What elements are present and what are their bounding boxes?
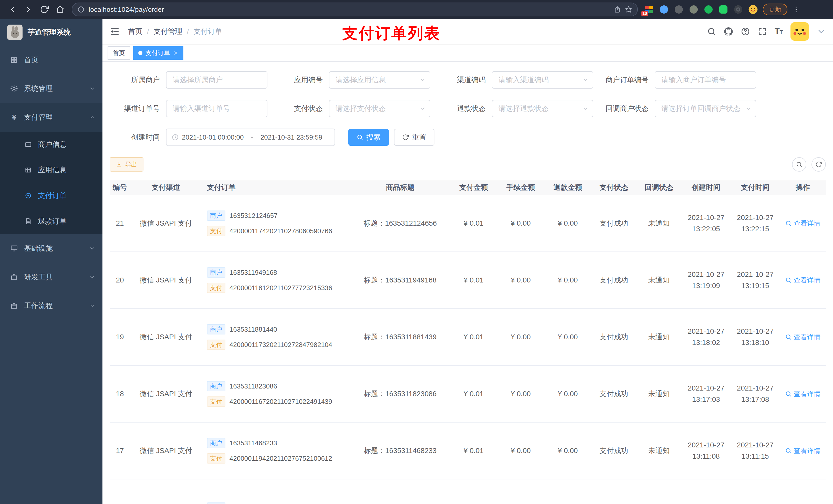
view-detail-link[interactable]: 查看详情 [785, 219, 820, 228]
field-label: 应用编号 [272, 75, 329, 85]
pay-order-cell: 商户1635311468233 支付4200001194202110276752… [202, 435, 351, 466]
toggle-search-button[interactable] [792, 157, 806, 172]
field-merchant: 所属商户 [110, 71, 267, 89]
product-title: 标题：1635311881439 [350, 332, 450, 342]
font-size-icon[interactable]: TT [775, 27, 783, 36]
reset-button[interactable]: 重置 [394, 129, 434, 146]
monitor-icon [10, 245, 18, 252]
search-icon [785, 334, 792, 340]
view-detail-link[interactable]: 查看详情 [785, 389, 820, 399]
pay-status: 支付成功 [592, 332, 637, 342]
fullscreen-icon[interactable] [758, 27, 767, 36]
back-icon[interactable] [8, 5, 17, 14]
sidebar-item-infra[interactable]: 基础设施 [0, 234, 102, 263]
app-no-select[interactable] [329, 71, 430, 89]
extension-icon-6[interactable] [718, 4, 729, 15]
extension-badge: 10 [641, 11, 648, 16]
help-icon[interactable] [741, 27, 750, 36]
order-id: 18 [110, 390, 130, 398]
extension-icon-5[interactable] [704, 4, 714, 15]
extension-icon-3[interactable] [674, 4, 684, 15]
extension-icon-2[interactable] [659, 4, 669, 15]
view-detail-link[interactable]: 查看详情 [785, 276, 820, 285]
search-icon [357, 134, 363, 141]
col-header-order: 支付订单 [202, 183, 351, 192]
breadcrumb-home[interactable]: 首页 [128, 27, 142, 37]
export-button[interactable]: 导出 [110, 157, 143, 172]
browser-update-button[interactable]: 更新 [763, 4, 787, 15]
product-title: 标题：1635311468233 [350, 446, 450, 456]
search-button[interactable]: 搜索 [348, 129, 389, 146]
notify-status: 未通知 [637, 332, 682, 342]
home-icon[interactable] [56, 5, 65, 14]
sidebar-item-pay-order[interactable]: 支付订单 [0, 183, 102, 209]
sidebar-item-payment[interactable]: ¥ 支付管理 [0, 103, 102, 131]
sidebar-item-home[interactable]: 首页 [0, 46, 102, 74]
search-icon [796, 161, 803, 168]
user-avatar[interactable] [790, 22, 809, 41]
order-id: 19 [110, 333, 130, 341]
extensions-puzzle-icon[interactable] [733, 4, 743, 15]
forward-icon[interactable] [24, 5, 33, 14]
extension-icon-1[interactable]: 10 [644, 4, 654, 15]
merchant-input[interactable] [166, 71, 267, 89]
pay-time: 2021-10-2713:22:15 [731, 212, 780, 235]
reload-icon[interactable] [40, 5, 49, 14]
site-info-icon[interactable] [77, 6, 85, 13]
breadcrumb-current: 支付订单 [194, 27, 222, 37]
refund-amount: ¥ 0.00 [544, 219, 592, 227]
field-refund-status: 退款状态 [435, 100, 593, 117]
extension-icon-4[interactable] [689, 4, 699, 15]
date-end: 2021-10-31 23:59:59 [261, 134, 322, 141]
channel-order-no-input[interactable] [166, 100, 267, 117]
tab-home[interactable]: 首页 [108, 46, 130, 60]
sidebar-item-devtools[interactable]: 研发工具 [0, 263, 102, 291]
bookmark-star-icon[interactable] [625, 6, 632, 13]
notify-status: 未通知 [637, 446, 682, 456]
refund-amount: ¥ 0.00 [544, 447, 592, 455]
sidebar-item-label: 系统管理 [24, 84, 53, 94]
chevron-down-icon [89, 303, 95, 309]
refresh-table-button[interactable] [811, 157, 826, 172]
create-time-range-picker[interactable]: 2021-10-01 00:00:00 - 2021-10-31 23:59:5… [166, 128, 335, 146]
refund-amount: ¥ 0.00 [544, 276, 592, 284]
chevron-down-icon[interactable] [817, 27, 826, 36]
table-row: 17 微信 JSAPI 支付 商户1635311468233 支付4200001… [110, 423, 826, 479]
url-text[interactable]: localhost:1024/pay/order [89, 6, 610, 14]
pay-status-select[interactable] [329, 100, 430, 117]
close-icon[interactable] [173, 50, 178, 55]
browser-menu-icon[interactable] [792, 5, 800, 14]
table-row: 18 微信 JSAPI 支付 商户1635311823086 支付4200001… [110, 366, 826, 423]
pay-order-cell: 商户1635312124657 支付4200001174202110278060… [202, 208, 351, 239]
sidebar-toggle-icon[interactable] [110, 26, 120, 37]
merchant-order-no: 1635311468233 [230, 439, 277, 447]
col-header-create-time: 创建时间 [681, 182, 731, 193]
view-detail-link[interactable]: 查看详情 [785, 447, 820, 455]
sidebar-item-system[interactable]: 系统管理 [0, 74, 102, 103]
github-icon[interactable] [724, 27, 733, 36]
refund-status-select[interactable] [492, 100, 593, 117]
tab-pay-order[interactable]: 支付订单 [133, 46, 184, 60]
callback-status-select[interactable] [655, 100, 756, 117]
notify-status: 未通知 [637, 389, 682, 399]
channel-code-select[interactable] [492, 71, 593, 89]
profile-avatar[interactable] [748, 4, 758, 15]
create-time: 2021-10-2713:17:03 [681, 383, 731, 405]
pay-order-no: 4200001194202110276752100612 [230, 455, 332, 462]
share-icon[interactable] [614, 6, 621, 13]
sidebar-item-refund-order[interactable]: 退款订单 [0, 209, 102, 234]
sidebar-item-merchant-info[interactable]: 商户信息 [0, 131, 102, 157]
chevron-down-icon [89, 274, 95, 280]
breadcrumb-payment[interactable]: 支付管理 [154, 27, 182, 37]
address-bar[interactable]: localhost:1024/pay/order [72, 3, 638, 16]
view-detail-link[interactable]: 查看详情 [785, 333, 820, 342]
field-callback-status: 回调商户状态 [598, 100, 756, 117]
col-header-notify: 回调状态 [637, 183, 682, 192]
sidebar-item-workflow[interactable]: 工作流程 [0, 291, 102, 320]
search-icon[interactable] [707, 27, 716, 36]
pay-time: 2021-10-2713:17:08 [731, 383, 780, 405]
sidebar-item-app-info[interactable]: 应用信息 [0, 157, 102, 183]
app-logo[interactable]: 芋道管理系统 [0, 19, 102, 46]
merchant-order-no-input[interactable] [655, 71, 756, 89]
header-actions: TT [707, 22, 826, 41]
